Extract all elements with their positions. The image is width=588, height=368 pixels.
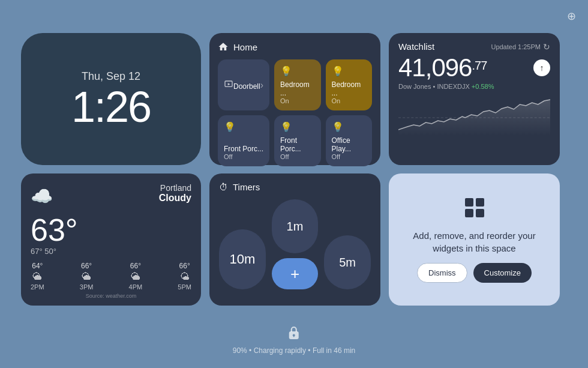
lock-svg: [287, 325, 301, 340]
timer-icon: ⏱: [219, 182, 228, 192]
timer-5m[interactable]: 5m: [324, 235, 371, 289]
forecast-item-4: 66° 🌤 5PM: [178, 262, 191, 291]
front-porch1-cell[interactable]: 💡 Front Porc... Off: [218, 115, 269, 166]
office-play-cell[interactable]: 💡 Office Play... Off: [326, 115, 372, 166]
timer-1m[interactable]: 1m +: [272, 199, 319, 289]
clock-date: Thu, Sep 12: [82, 70, 140, 83]
bulb-off-icon-3: 💡: [332, 121, 366, 133]
timers-title: Timers: [233, 182, 260, 192]
timer-1m-btn[interactable]: 1m: [272, 199, 319, 253]
forecast-icon-3: 🌥: [131, 271, 140, 282]
forecast-icon-1: 🌥: [32, 271, 42, 282]
lock-icon: [287, 325, 301, 344]
front-porch2-cell[interactable]: 💡 Front Porc... Off: [274, 115, 320, 166]
timers-widget: ⏱ Timers 10m 1m + 5m: [209, 173, 380, 306]
weather-widget: ☁️ Portland Cloudy 63° 67° 50° 64° 🌥 2PM…: [21, 173, 201, 306]
weather-location-row: Portland Cloudy: [159, 183, 191, 204]
timer-10m[interactable]: 10m: [219, 229, 266, 289]
watchlist-header: Watchlist Updated 1:25PM ↻: [398, 41, 550, 52]
dismiss-button[interactable]: Dismiss: [417, 263, 467, 283]
watchlist-updated: Updated 1:25PM ↻: [491, 42, 550, 52]
customize-button[interactable]: Customize: [473, 263, 532, 283]
weather-temp-main: 63°: [31, 214, 191, 246]
svg-rect-4: [476, 198, 484, 207]
forecast-item-3: 66° 🌥 4PM: [129, 262, 143, 291]
doorbell-cell[interactable]: Doorbell ›: [218, 59, 269, 110]
bedroom1-cell[interactable]: 💡 Bedroom ... On: [274, 59, 320, 110]
home-widget: Home Doorbell › 💡 Bedroo: [209, 33, 380, 165]
weather-source: Source: weather.com: [31, 293, 191, 299]
weather-forecast: 64° 🌥 2PM 66° 🌥 3PM 66° 🌥 4PM 66° 🌤 5PM: [31, 262, 191, 291]
stock-chart: [398, 94, 550, 136]
watchlist-title: Watchlist: [398, 41, 434, 52]
svg-rect-5: [465, 209, 473, 217]
settings-icon[interactable]: ⊕: [567, 10, 576, 23]
bulb-off-icon-2: 💡: [280, 121, 314, 133]
timer-10m-btn[interactable]: 10m: [219, 229, 266, 289]
weather-low-high: 67° 50°: [31, 247, 191, 256]
widgets-icon: [464, 197, 485, 223]
watchlist-widget: Watchlist Updated 1:25PM ↻ 41,096 .77 ↑ …: [389, 33, 560, 165]
home-title: Home: [233, 42, 257, 52]
doorbell-icon: [224, 80, 233, 91]
forecast-icon-4: 🌤: [180, 271, 190, 282]
forecast-item-1: 64° 🌥 2PM: [31, 262, 44, 291]
watchlist-sub: Dow Jones • INDEXDJX +0.58%: [398, 83, 550, 90]
watchlist-up-button[interactable]: ↑: [533, 59, 550, 76]
price-whole: 41,096: [398, 54, 472, 82]
doorbell-chevron: ›: [260, 80, 263, 91]
bulb-off-icon-1: 💡: [224, 121, 263, 133]
doorbell-label: Doorbell: [233, 80, 260, 91]
timer-add-btn[interactable]: +: [272, 258, 319, 289]
price-cents: .77: [472, 59, 487, 72]
bedroom2-cell[interactable]: 💡 Bedroom ... On: [326, 59, 372, 110]
weather-cloud-icon: ☁️: [31, 186, 53, 207]
watchlist-change: +0.58%: [472, 83, 494, 90]
home-grid: Doorbell › 💡 Bedroom ... On 💡 Bedroom ..…: [218, 59, 372, 166]
watchlist-price: 41,096 .77: [398, 54, 487, 82]
refresh-icon[interactable]: ↻: [543, 42, 550, 52]
svg-marker-1: [228, 83, 230, 85]
weather-location: Portland: [160, 183, 191, 193]
promo-buttons: Dismiss Customize: [417, 263, 532, 283]
price-row: 41,096 .77 ↑: [398, 54, 550, 82]
lock-status-text: 90% • Charging rapidly • Full in 46 min: [233, 346, 356, 355]
forecast-item-2: 66° 🌥 3PM: [80, 262, 94, 291]
grid-icon: [464, 197, 485, 219]
weather-condition: Cloudy: [159, 193, 191, 204]
widget-promo: Add, remove, and reorder your widgets in…: [389, 173, 560, 306]
svg-rect-9: [293, 336, 295, 337]
widgets-grid: Thu, Sep 12 1:26 Home Doorbell: [0, 0, 588, 306]
forecast-icon-2: 🌥: [82, 271, 91, 282]
chart-area: [398, 94, 550, 136]
promo-text: Add, remove, and reorder your widgets in…: [401, 229, 548, 255]
clock-time: 1:26: [71, 85, 151, 128]
clock-widget: Thu, Sep 12 1:26: [21, 33, 201, 165]
timers-grid: 10m 1m + 5m: [219, 199, 371, 289]
home-icon: [218, 41, 229, 52]
home-header: Home: [218, 41, 372, 52]
svg-rect-6: [476, 209, 484, 217]
bulb-icon-1: 💡: [280, 65, 314, 77]
svg-rect-3: [465, 198, 473, 207]
lock-status: 90% • Charging rapidly • Full in 46 min: [233, 325, 356, 355]
timer-5m-btn[interactable]: 5m: [324, 235, 371, 289]
bulb-icon-2: 💡: [332, 65, 366, 77]
timers-header: ⏱ Timers: [219, 182, 371, 192]
